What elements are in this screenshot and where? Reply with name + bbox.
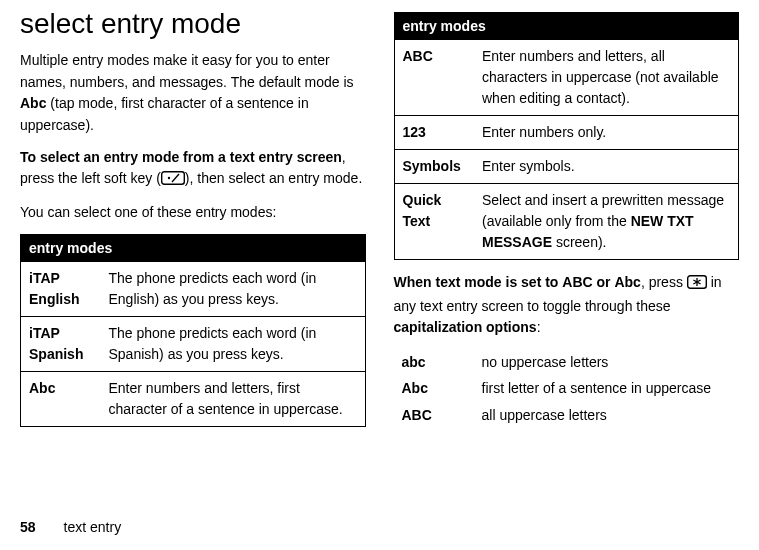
table-row: Abc Enter numbers and letters, first cha… xyxy=(21,371,366,426)
table-header: entry modes xyxy=(394,13,739,40)
intro-paragraph-2: To select an entry mode from a text entr… xyxy=(20,147,366,192)
entry-modes-table-right: entry modes ABC Enter numbers and letter… xyxy=(394,12,740,260)
mode-desc: Select and insert a prewritten message (… xyxy=(474,184,739,260)
mode-name: Abc xyxy=(21,371,101,426)
page-title: select entry mode xyxy=(20,8,366,40)
text-bold: To select an entry mode from a text entr… xyxy=(20,149,342,165)
mode-label: ABC xyxy=(562,274,592,290)
mode-desc: The phone predicts each word (in Spanish… xyxy=(101,316,366,371)
text: : xyxy=(537,319,541,335)
mode-desc: first letter of a sentence in uppercase xyxy=(474,375,740,401)
mode-name: ABC xyxy=(394,402,474,428)
mode-name: Symbols xyxy=(394,150,474,184)
mode-desc: Enter numbers and letters, all character… xyxy=(474,40,739,116)
mode-desc: Enter numbers and letters, first charact… xyxy=(101,371,366,426)
svg-rect-0 xyxy=(162,172,185,185)
mode-desc: all uppercase letters xyxy=(474,402,740,428)
table-row: Abc first letter of a sentence in upperc… xyxy=(394,375,740,401)
page-footer: 58text entry xyxy=(20,519,121,535)
table-row: iTAP English The phone predicts each wor… xyxy=(21,261,366,316)
star-key-icon xyxy=(687,274,707,296)
left-column: select entry mode Multiple entry modes m… xyxy=(20,8,366,428)
text-bold: capitalization options xyxy=(394,319,537,335)
table-row: ABC Enter numbers and letters, all chara… xyxy=(394,40,739,116)
table-row: Symbols Enter symbols. xyxy=(394,150,739,184)
intro-paragraph-1: Multiple entry modes make it easy for yo… xyxy=(20,50,366,137)
table-row: abc no uppercase letters xyxy=(394,349,740,375)
mode-desc: no uppercase letters xyxy=(474,349,740,375)
text: ), then select an entry mode. xyxy=(185,170,362,186)
mode-name: 123 xyxy=(394,116,474,150)
table-header: entry modes xyxy=(21,234,366,261)
mode-name: iTAP Spanish xyxy=(21,316,101,371)
text: (tap mode, first character of a sentence… xyxy=(20,95,309,133)
toggle-paragraph: When text mode is set to ABC or Abc, pre… xyxy=(394,272,740,339)
soft-key-icon xyxy=(161,170,185,192)
mode-desc: Enter symbols. xyxy=(474,150,739,184)
intro-paragraph-3: You can select one of these entry modes: xyxy=(20,202,366,224)
mode-desc: The phone predicts each word (in English… xyxy=(101,261,366,316)
mode-name: abc xyxy=(394,349,474,375)
mode-label: Abc xyxy=(614,274,640,290)
page-number: 58 xyxy=(20,519,36,535)
mode-name: Quick Text xyxy=(394,184,474,260)
text-bold: When text mode is set to xyxy=(394,274,563,290)
svg-line-2 xyxy=(172,174,179,182)
table-row: ABC all uppercase letters xyxy=(394,402,740,428)
mode-name: ABC xyxy=(394,40,474,116)
capitalization-options: abc no uppercase letters Abc first lette… xyxy=(394,349,740,428)
right-column: entry modes ABC Enter numbers and letter… xyxy=(394,8,740,428)
table-row: Quick Text Select and insert a prewritte… xyxy=(394,184,739,260)
table-row: 123 Enter numbers only. xyxy=(394,116,739,150)
mode-name: Abc xyxy=(394,375,474,401)
mode-label: Abc xyxy=(20,95,46,111)
mode-name: iTAP English xyxy=(21,261,101,316)
table-row: iTAP Spanish The phone predicts each wor… xyxy=(21,316,366,371)
text: , press xyxy=(641,274,687,290)
section-name: text entry xyxy=(64,519,122,535)
text: Multiple entry modes make it easy for yo… xyxy=(20,52,354,90)
page-content: select entry mode Multiple entry modes m… xyxy=(0,0,759,428)
svg-point-1 xyxy=(168,177,170,179)
mode-desc: Enter numbers only. xyxy=(474,116,739,150)
text: screen). xyxy=(552,234,606,250)
text-bold: or xyxy=(593,274,615,290)
entry-modes-table-left: entry modes iTAP English The phone predi… xyxy=(20,234,366,427)
